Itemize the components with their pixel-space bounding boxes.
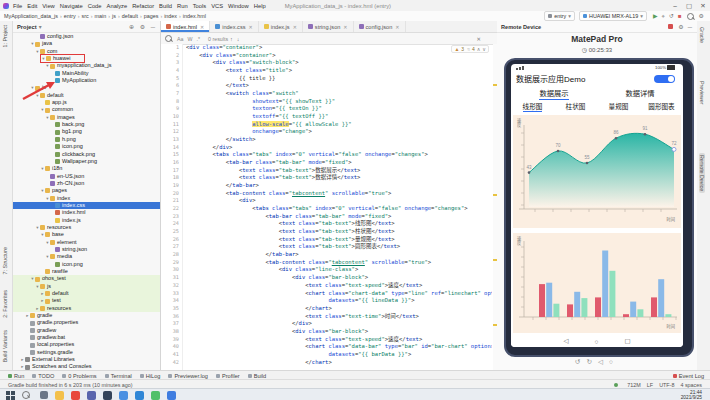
debug-button[interactable]: ⌖ xyxy=(662,12,665,20)
project-header-icons[interactable]: ⊕ ⚙ ─ xyxy=(129,23,157,30)
tree-item-app-js[interactable]: app.js xyxy=(13,99,160,106)
menu-item-vcs[interactable]: VCS xyxy=(211,3,223,9)
tree-item-bg1-png[interactable]: bg1.png xyxy=(13,128,160,135)
tool-window-button-build[interactable]: Build xyxy=(248,373,266,379)
media-app-icon[interactable] xyxy=(71,391,80,400)
menu-item-run[interactable]: Run xyxy=(177,3,188,9)
menu-item-navigate[interactable]: Navigate xyxy=(60,3,83,9)
tree-item-images[interactable]: ▾images xyxy=(13,114,160,121)
start-button[interactable] xyxy=(6,391,15,400)
tree-item-default[interactable]: ▾default xyxy=(13,92,160,99)
tool-window-button-profiler[interactable]: Profiler xyxy=(216,373,240,379)
tree-item-common[interactable]: ▾common xyxy=(13,106,160,113)
tool-window-button-terminal[interactable]: Terminal xyxy=(105,373,132,379)
back-icon[interactable]: ◁ xyxy=(598,358,609,365)
home-icon[interactable]: ○ xyxy=(609,358,619,365)
breadcrumb-item[interactable]: src xyxy=(82,13,89,19)
tree-item-icon-png[interactable]: icon.png xyxy=(13,143,160,150)
stop-session-icon[interactable] xyxy=(668,24,673,29)
find-option-Aa[interactable]: Aa xyxy=(177,36,183,42)
recents-icon[interactable]: ▢ xyxy=(624,337,630,345)
find-options[interactable]: AaW.* xyxy=(175,36,202,42)
tree-item-gradlew[interactable]: gradlew xyxy=(13,327,160,334)
restart-button[interactable]: ↺ xyxy=(669,12,674,20)
tree-item-back-png[interactable]: back.png xyxy=(13,121,160,128)
toggle-switch[interactable] xyxy=(654,75,675,83)
search-icon[interactable] xyxy=(687,13,694,20)
gallery-app-icon[interactable] xyxy=(87,391,96,400)
tree-item-test[interactable]: ▸test xyxy=(13,297,160,304)
stop-button[interactable]: ■ xyxy=(678,12,682,20)
taskbar-clock[interactable]: 21:442021/9/25 xyxy=(681,390,702,400)
menu-item-refactor[interactable]: Refactor xyxy=(132,3,154,9)
tool-strip-gradle[interactable]: Gradle xyxy=(699,27,705,43)
breadcrumb-item[interactable]: default xyxy=(122,13,138,19)
tree-item-js[interactable]: ▾js xyxy=(13,84,160,91)
editor-tab-config-json[interactable]: config.json✕ xyxy=(354,21,406,32)
tool-strip-previewer[interactable]: Previewer xyxy=(699,81,705,105)
vscode-icon[interactable] xyxy=(135,391,144,400)
tree-item-myapplication[interactable]: MyApplication xyxy=(13,77,160,84)
tree-item-h-png[interactable]: h.png xyxy=(13,136,160,143)
settings-gear-icon[interactable]: ⚙ xyxy=(678,23,683,30)
tree-item-element[interactable]: ▾element xyxy=(13,239,160,246)
terminal-app-icon[interactable] xyxy=(103,391,112,400)
tree-item-external-libraries[interactable]: ▸External Libraries xyxy=(13,356,160,363)
app-subtab-线形图[interactable]: 线形图 xyxy=(511,101,554,111)
messaging-app-icon[interactable] xyxy=(151,391,160,400)
tree-item-huawei[interactable]: ▾huawei xyxy=(13,55,160,62)
event-log-button[interactable]: Event Log xyxy=(673,373,704,379)
find-next-icon[interactable]: ↓ xyxy=(237,36,240,42)
app-subtab-量规图[interactable]: 量规图 xyxy=(597,101,640,111)
rotate-right-icon[interactable]: ↻ xyxy=(587,358,598,365)
code-area[interactable]: <div class="container"> <div class="cont… xyxy=(186,44,492,370)
menu-item-window[interactable]: Window xyxy=(228,3,249,9)
tree-item-en-us-json[interactable]: en-US.json xyxy=(13,173,160,180)
tree-item-icon-png[interactable]: icon.png xyxy=(13,261,160,268)
tree-item-rawfile[interactable]: rawfile xyxy=(13,268,160,275)
tree-item-settings-gradle[interactable]: settings.gradle xyxy=(13,349,160,356)
tree-item-default[interactable]: ▸default xyxy=(13,290,160,297)
menu-item-view[interactable]: View xyxy=(42,3,54,9)
tab-close-icon[interactable]: ✕ xyxy=(248,24,252,30)
tree-item-index-hml[interactable]: index.hml xyxy=(13,209,160,216)
editor-tab-index-js[interactable]: index.js✕ xyxy=(259,21,303,32)
maximize-icon[interactable]: ▢ xyxy=(682,2,696,10)
find-option-[interactable]: .* xyxy=(196,36,200,42)
tab-close-icon[interactable]: ✕ xyxy=(200,24,204,30)
app-tab-数据详情[interactable]: 数据详情 xyxy=(597,88,683,100)
tree-item-string-json[interactable]: string.json xyxy=(13,246,160,253)
app-tab-数据展示[interactable]: 数据展示 xyxy=(511,88,597,100)
module-selector[interactable]: entry ▾ xyxy=(544,11,575,21)
tool-window-button-hilog[interactable]: HiLog xyxy=(140,373,161,379)
find-close-icon[interactable]: ✕ xyxy=(477,36,481,42)
tree-item-gradle-properties[interactable]: gradle.properties xyxy=(13,319,160,326)
breadcrumb-item[interactable]: entry xyxy=(64,13,76,19)
tab-close-icon[interactable]: ✕ xyxy=(395,24,399,30)
tool-strip-1-project[interactable]: 1: Project xyxy=(2,25,8,47)
run-button[interactable]: ▶ xyxy=(653,12,658,20)
menu-item-code[interactable]: Code xyxy=(88,3,102,9)
tree-item-js[interactable]: ▾js xyxy=(13,283,160,290)
breadcrumb-item[interactable]: main xyxy=(95,13,107,19)
breadcrumb-item[interactable]: js xyxy=(112,13,116,19)
hide-panel-icon[interactable]: ─ xyxy=(688,24,692,30)
tree-item-config-json[interactable]: config.json xyxy=(13,33,160,40)
tree-item-gradlew-bat[interactable]: gradlew.bat xyxy=(13,334,160,341)
close-icon[interactable]: ✕ xyxy=(696,2,710,10)
editor-tab-index-css[interactable]: index.css✕ xyxy=(210,21,259,32)
tree-item-clickback-png[interactable]: clickback.png xyxy=(13,151,160,158)
find-prev-icon[interactable]: ↑ xyxy=(230,36,233,42)
app-subtab-柱状图[interactable]: 柱状图 xyxy=(554,101,597,111)
editor-tab-index-hml[interactable]: index.hml✕ xyxy=(161,21,210,32)
chrome-icon[interactable] xyxy=(119,391,128,400)
tree-item-zh-cn-json[interactable]: zh-CN.json xyxy=(13,180,160,187)
breadcrumb-item[interactable]: index xyxy=(164,13,177,19)
task-view-icon[interactable] xyxy=(40,391,48,399)
deveco-icon[interactable] xyxy=(167,391,176,400)
tool-strip-remote-device[interactable]: Remote Device xyxy=(699,153,705,193)
tree-item-index-js[interactable]: index.js xyxy=(13,217,160,224)
tool-window-button-previewer-log[interactable]: Previewer.log xyxy=(168,373,208,379)
tab-close-icon[interactable]: ✕ xyxy=(293,24,297,30)
tree-item-mainability[interactable]: MainAbility xyxy=(13,70,160,77)
